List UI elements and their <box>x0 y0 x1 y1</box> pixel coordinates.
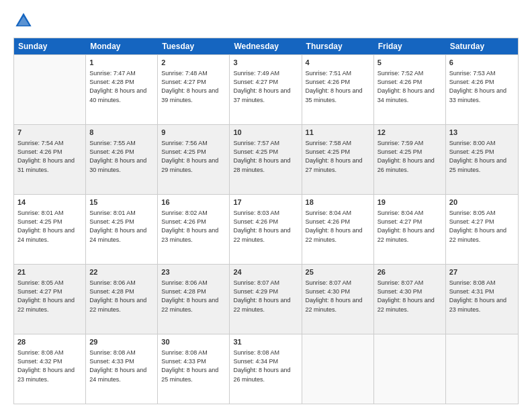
cell-info: Sunrise: 7:57 AMSunset: 4:25 PMDaylight:… <box>233 139 298 174</box>
calendar-row: 1Sunrise: 7:47 AMSunset: 4:28 PMDaylight… <box>14 54 518 124</box>
calendar-cell <box>14 55 86 124</box>
calendar-cell: 12Sunrise: 7:59 AMSunset: 4:25 PMDayligh… <box>374 125 446 194</box>
cell-info: Sunrise: 8:05 AMSunset: 4:27 PMDaylight:… <box>449 209 515 244</box>
day-number: 8 <box>89 128 154 138</box>
header <box>13 11 519 31</box>
day-number: 28 <box>17 337 82 347</box>
cell-info: Sunrise: 8:04 AMSunset: 4:27 PMDaylight:… <box>378 209 442 244</box>
cell-info: Sunrise: 7:55 AMSunset: 4:26 PMDaylight:… <box>89 139 154 174</box>
cell-info: Sunrise: 7:54 AMSunset: 4:26 PMDaylight:… <box>17 139 82 174</box>
calendar-cell: 1Sunrise: 7:47 AMSunset: 4:28 PMDaylight… <box>86 55 158 124</box>
logo-icon <box>13 11 34 31</box>
calendar-cell: 10Sunrise: 7:57 AMSunset: 4:25 PMDayligh… <box>230 125 302 194</box>
day-number: 19 <box>378 197 442 208</box>
calendar-cell: 26Sunrise: 8:07 AMSunset: 4:30 PMDayligh… <box>374 265 446 334</box>
calendar-cell <box>446 334 518 404</box>
day-number: 16 <box>161 197 226 208</box>
calendar-cell: 18Sunrise: 8:04 AMSunset: 4:26 PMDayligh… <box>302 195 374 264</box>
cell-info: Sunrise: 8:08 AMSunset: 4:33 PMDaylight:… <box>89 349 154 383</box>
calendar-cell: 29Sunrise: 8:08 AMSunset: 4:33 PMDayligh… <box>86 334 158 404</box>
day-number: 26 <box>378 267 442 277</box>
day-number: 12 <box>378 128 442 138</box>
day-number: 24 <box>233 267 298 277</box>
day-number: 18 <box>306 197 370 208</box>
day-number: 7 <box>17 128 82 138</box>
cell-info: Sunrise: 8:07 AMSunset: 4:30 PMDaylight:… <box>306 279 370 314</box>
day-number: 31 <box>233 337 298 347</box>
cell-info: Sunrise: 8:08 AMSunset: 4:31 PMDaylight:… <box>449 279 515 314</box>
calendar-cell: 28Sunrise: 8:08 AMSunset: 4:32 PMDayligh… <box>14 334 86 404</box>
calendar-cell: 24Sunrise: 8:07 AMSunset: 4:29 PMDayligh… <box>230 265 302 334</box>
calendar-row: 21Sunrise: 8:05 AMSunset: 4:27 PMDayligh… <box>14 264 518 334</box>
cell-info: Sunrise: 8:05 AMSunset: 4:27 PMDaylight:… <box>17 279 82 314</box>
day-number: 3 <box>233 58 298 68</box>
calendar-cell: 17Sunrise: 8:03 AMSunset: 4:26 PMDayligh… <box>230 195 302 264</box>
cell-info: Sunrise: 8:06 AMSunset: 4:28 PMDaylight:… <box>89 279 154 314</box>
cell-info: Sunrise: 8:07 AMSunset: 4:30 PMDaylight:… <box>378 279 442 314</box>
day-number: 9 <box>161 128 226 138</box>
day-number: 5 <box>378 58 442 68</box>
calendar-body: 1Sunrise: 7:47 AMSunset: 4:28 PMDaylight… <box>14 54 518 404</box>
cell-info: Sunrise: 8:03 AMSunset: 4:26 PMDaylight:… <box>233 209 298 244</box>
calendar-cell: 25Sunrise: 8:07 AMSunset: 4:30 PMDayligh… <box>302 265 374 334</box>
calendar-cell: 20Sunrise: 8:05 AMSunset: 4:27 PMDayligh… <box>446 195 518 264</box>
calendar-cell: 14Sunrise: 8:01 AMSunset: 4:25 PMDayligh… <box>14 195 86 264</box>
calendar-row: 28Sunrise: 8:08 AMSunset: 4:32 PMDayligh… <box>14 334 518 404</box>
cell-info: Sunrise: 8:04 AMSunset: 4:26 PMDaylight:… <box>306 209 370 244</box>
calendar-cell: 27Sunrise: 8:08 AMSunset: 4:31 PMDayligh… <box>446 265 518 334</box>
cell-info: Sunrise: 8:02 AMSunset: 4:26 PMDaylight:… <box>161 209 226 244</box>
weekday-header: Thursday <box>302 38 374 54</box>
cell-info: Sunrise: 7:49 AMSunset: 4:27 PMDaylight:… <box>233 69 298 104</box>
weekday-header: Wednesday <box>230 38 302 54</box>
day-number: 10 <box>233 128 298 138</box>
page: SundayMondayTuesdayWednesdayThursdayFrid… <box>0 0 532 411</box>
calendar-cell: 7Sunrise: 7:54 AMSunset: 4:26 PMDaylight… <box>14 125 86 194</box>
cell-info: Sunrise: 8:06 AMSunset: 4:28 PMDaylight:… <box>161 279 226 314</box>
cell-info: Sunrise: 7:48 AMSunset: 4:27 PMDaylight:… <box>161 69 226 104</box>
calendar-cell: 30Sunrise: 8:08 AMSunset: 4:33 PMDayligh… <box>158 334 230 404</box>
day-number: 22 <box>89 267 154 277</box>
cell-info: Sunrise: 7:58 AMSunset: 4:25 PMDaylight:… <box>306 139 370 174</box>
calendar-cell: 2Sunrise: 7:48 AMSunset: 4:27 PMDaylight… <box>158 55 230 124</box>
calendar-cell: 21Sunrise: 8:05 AMSunset: 4:27 PMDayligh… <box>14 265 86 334</box>
calendar-cell: 22Sunrise: 8:06 AMSunset: 4:28 PMDayligh… <box>86 265 158 334</box>
day-number: 11 <box>306 128 370 138</box>
calendar-cell: 8Sunrise: 7:55 AMSunset: 4:26 PMDaylight… <box>86 125 158 194</box>
calendar-cell: 11Sunrise: 7:58 AMSunset: 4:25 PMDayligh… <box>302 125 374 194</box>
cell-info: Sunrise: 7:47 AMSunset: 4:28 PMDaylight:… <box>89 69 154 104</box>
cell-info: Sunrise: 8:08 AMSunset: 4:33 PMDaylight:… <box>161 349 226 383</box>
calendar-cell: 5Sunrise: 7:52 AMSunset: 4:26 PMDaylight… <box>374 55 446 124</box>
calendar-cell: 3Sunrise: 7:49 AMSunset: 4:27 PMDaylight… <box>230 55 302 124</box>
cell-info: Sunrise: 8:07 AMSunset: 4:29 PMDaylight:… <box>233 279 298 314</box>
calendar-cell: 19Sunrise: 8:04 AMSunset: 4:27 PMDayligh… <box>374 195 446 264</box>
cell-info: Sunrise: 8:01 AMSunset: 4:25 PMDaylight:… <box>17 209 82 244</box>
day-number: 13 <box>449 128 515 138</box>
calendar-row: 14Sunrise: 8:01 AMSunset: 4:25 PMDayligh… <box>14 194 518 264</box>
logo <box>13 11 36 31</box>
day-number: 14 <box>17 197 82 208</box>
cell-info: Sunrise: 7:59 AMSunset: 4:25 PMDaylight:… <box>378 139 442 174</box>
calendar-cell: 16Sunrise: 8:02 AMSunset: 4:26 PMDayligh… <box>158 195 230 264</box>
day-number: 15 <box>89 197 154 208</box>
day-number: 25 <box>306 267 370 277</box>
cell-info: Sunrise: 8:00 AMSunset: 4:25 PMDaylight:… <box>449 139 515 174</box>
calendar-row: 7Sunrise: 7:54 AMSunset: 4:26 PMDaylight… <box>14 124 518 194</box>
day-number: 29 <box>89 337 154 347</box>
weekday-header: Monday <box>86 38 158 54</box>
day-number: 1 <box>89 58 154 68</box>
day-number: 6 <box>449 58 515 68</box>
weekday-header: Tuesday <box>158 38 230 54</box>
cell-info: Sunrise: 8:01 AMSunset: 4:25 PMDaylight:… <box>89 209 154 244</box>
cell-info: Sunrise: 7:51 AMSunset: 4:26 PMDaylight:… <box>306 69 370 104</box>
weekday-header: Friday <box>374 38 446 54</box>
cell-info: Sunrise: 7:52 AMSunset: 4:26 PMDaylight:… <box>378 69 442 104</box>
calendar-cell <box>374 334 446 404</box>
calendar-cell: 13Sunrise: 8:00 AMSunset: 4:25 PMDayligh… <box>446 125 518 194</box>
cell-info: Sunrise: 8:08 AMSunset: 4:34 PMDaylight:… <box>233 349 298 383</box>
calendar: SundayMondayTuesdayWednesdayThursdayFrid… <box>13 38 519 404</box>
day-number: 27 <box>449 267 515 277</box>
calendar-cell: 4Sunrise: 7:51 AMSunset: 4:26 PMDaylight… <box>302 55 374 124</box>
calendar-cell: 15Sunrise: 8:01 AMSunset: 4:25 PMDayligh… <box>86 195 158 264</box>
cell-info: Sunrise: 8:08 AMSunset: 4:32 PMDaylight:… <box>17 349 82 383</box>
day-number: 21 <box>17 267 82 277</box>
